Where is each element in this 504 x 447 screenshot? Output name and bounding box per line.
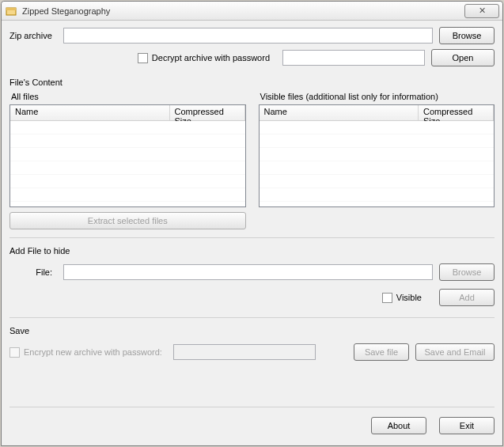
save-row: Encrypt new archive with password: Save …: [9, 343, 495, 361]
content-area: Zip archive Browse Decrypt archive with …: [2, 21, 502, 445]
close-icon: ✕: [479, 6, 486, 15]
all-files-col-name[interactable]: Name: [10, 105, 170, 120]
all-files-column: All files Name Compressed Size Extract s…: [9, 92, 246, 229]
exit-button[interactable]: Exit: [439, 417, 495, 434]
visible-files-column: Visible files (additional list only for …: [259, 92, 495, 229]
footer: About Exit: [9, 412, 495, 439]
app-icon: [5, 5, 17, 17]
visible-files-list[interactable]: Name Compressed Size: [259, 104, 495, 207]
visible-add-row: Visible Add: [9, 289, 495, 306]
decrypt-checkbox[interactable]: [138, 53, 148, 63]
browse-zip-button[interactable]: Browse: [439, 27, 495, 44]
zip-archive-input[interactable]: [63, 28, 433, 44]
divider-1: [9, 237, 495, 238]
visible-files-col-name[interactable]: Name: [260, 105, 419, 120]
add-button[interactable]: Add: [439, 289, 495, 306]
divider-3: [9, 407, 495, 407]
add-file-section-label: Add File to hide: [9, 246, 495, 256]
visible-files-header: Name Compressed Size: [260, 105, 495, 121]
visible-label: Visible: [396, 293, 422, 302]
visible-files-col-size[interactable]: Compressed Size: [419, 105, 494, 120]
about-button[interactable]: About: [371, 417, 426, 434]
zip-archive-label: Zip archive: [9, 31, 57, 40]
flex-spacer: [9, 366, 495, 399]
all-files-header: Name Compressed Size: [10, 105, 245, 121]
decrypt-password-input[interactable]: [282, 50, 425, 66]
add-file-row: File: Browse: [9, 263, 495, 281]
svg-rect-1: [6, 8, 16, 10]
all-files-label: All files: [9, 92, 246, 101]
close-button[interactable]: ✕: [464, 4, 499, 18]
encrypt-label: Encrypt new archive with password:: [24, 347, 162, 357]
visible-files-body: [260, 121, 495, 206]
all-files-list[interactable]: Name Compressed Size: [9, 104, 246, 207]
all-files-col-size[interactable]: Compressed Size: [170, 105, 245, 120]
divider-2: [9, 317, 495, 318]
file-input[interactable]: [63, 264, 433, 280]
window-title: Zipped Steganography: [22, 6, 464, 16]
titlebar: Zipped Steganography ✕: [2, 2, 502, 21]
save-section-label: Save: [9, 326, 495, 335]
encrypt-password-input[interactable]: [173, 344, 316, 360]
zip-archive-row: Zip archive Browse: [9, 27, 495, 44]
visible-files-label: Visible files (additional list only for …: [259, 92, 495, 101]
all-files-body: [10, 121, 245, 206]
file-label: File:: [9, 267, 57, 277]
encrypt-checkbox[interactable]: [9, 347, 20, 358]
decrypt-label: Decrypt archive with password: [152, 53, 270, 63]
decrypt-row: Decrypt archive with password Open: [9, 49, 495, 66]
files-columns: All files Name Compressed Size Extract s…: [9, 92, 495, 229]
app-window: Zipped Steganography ✕ Zip archive Brows…: [1, 1, 503, 446]
save-file-button[interactable]: Save file: [354, 343, 409, 361]
save-email-button[interactable]: Save and Email: [415, 343, 495, 361]
browse-file-button[interactable]: Browse: [439, 263, 495, 281]
extract-button[interactable]: Extract selected files: [9, 212, 246, 229]
visible-checkbox[interactable]: [382, 293, 392, 303]
open-button[interactable]: Open: [431, 49, 495, 66]
files-content-label: File's Content: [9, 78, 495, 87]
